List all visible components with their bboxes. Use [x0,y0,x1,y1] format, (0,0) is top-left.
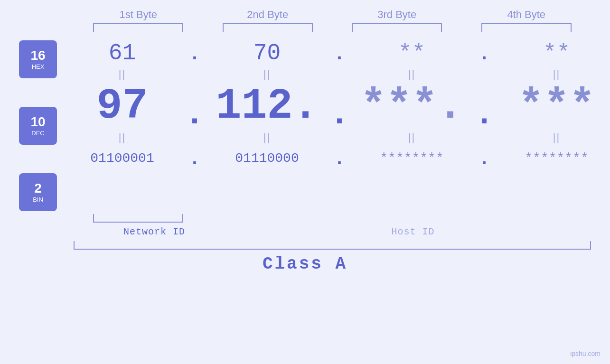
hex-byte-4-cell: ** [491,40,610,66]
byte-3-header: 3rd Byte [332,9,462,21]
bin-row: 01100001 . 01110000 . ******** . *******… [57,148,610,169]
byte-headers-row: 1st Byte 2nd Byte 3rd Byte 4th Byte [0,0,610,21]
bracket-bottom-1 [74,214,203,223]
eq2-1: || [57,131,188,144]
dec-badge: 10 DEC [19,107,57,145]
eq1-1: || [57,68,188,80]
dec-dot-2: . [332,98,347,131]
bin-byte-1-cell: 01100001 [57,151,188,166]
bin-dot-2: . [332,150,347,169]
dec-badge-number: 10 [30,115,45,129]
hex-row: 61 . 70 . ** . ** [57,40,610,66]
hex-byte-3: ** [398,40,426,66]
hex-badge-number: 16 [30,49,45,62]
hex-badge-label: HEX [32,63,45,70]
bracket-top-3 [332,23,462,32]
dec-byte-1: 97 [96,82,148,131]
eq1-2: || [202,68,332,80]
eq1-4: || [491,68,610,80]
byte-4-header: 4th Byte [462,9,591,21]
badges-column: 16 HEX 10 DEC 2 BIN [19,36,57,211]
eq-sign-3: || [408,68,415,80]
eq-sign-4: || [553,68,560,80]
top-brackets [0,23,610,32]
equals-row-2: || || || || [57,131,610,144]
hex-badge: 16 HEX [19,40,57,78]
hex-dot-1: . [188,45,202,64]
bin-byte-2-cell: 01110000 [202,151,332,166]
bracket-bottom-4 [462,214,591,223]
id-labels-container: Network ID Host ID [0,226,610,237]
eq2-sign-3: || [408,131,415,144]
dec-row: 97 . 112. . ***. . *** [57,82,610,131]
class-label-container: Class A [0,254,610,274]
dec-byte-3: ***. [360,82,463,131]
bracket-top-2 [203,23,333,32]
bin-byte-2: 01110000 [235,151,299,166]
eq1-3: || [347,68,477,80]
bin-byte-1: 01100001 [90,151,154,166]
eq2-sign-4: || [553,131,560,144]
big-bottom-bracket [74,241,591,250]
bin-badge-label: BIN [33,196,43,203]
equals-row-1: || || || || [57,68,610,80]
hex-byte-1: 61 [109,40,136,66]
hex-byte-2-cell: 70 [202,40,332,66]
bin-badge-number: 2 [34,182,42,195]
dec-dot-3: . [477,98,491,131]
host-id-label: Host ID [235,226,591,237]
data-area: 61 . 70 . ** . ** || [57,36,610,169]
hex-byte-3-cell: ** [347,40,477,66]
byte-1-header: 1st Byte [74,9,203,21]
dec-byte-1-cell: 97 [57,82,188,131]
dec-dot-1: . [188,98,202,131]
big-bracket-container [0,241,610,250]
hex-byte-2: 70 [253,40,281,66]
bracket-bottom-2 [203,214,333,223]
dec-byte-2: 112. [216,82,318,131]
dec-byte-4: *** [518,82,595,131]
bin-dot-3: . [477,150,491,169]
bin-byte-3-cell: ******** [347,151,477,166]
bin-byte-3: ******** [380,151,443,166]
hex-dot-3: . [477,45,491,64]
bin-badge: 2 BIN [19,173,57,211]
eq2-4: || [491,131,610,144]
bin-byte-4: ******** [525,151,588,166]
network-id-label: Network ID [74,226,235,237]
main-content-area: 16 HEX 10 DEC 2 BIN 61 . 70 [0,36,610,211]
eq2-sign-1: || [119,131,126,144]
dec-byte-3-cell: ***. [347,82,477,131]
bin-dot-1: . [188,150,202,169]
hex-dot-2: . [332,45,347,64]
watermark: ipshu.com [570,350,601,357]
dec-badge-label: DEC [31,130,44,137]
hex-byte-4: ** [543,40,571,66]
bracket-top-1 [74,23,203,32]
dec-byte-2-cell: 112. [202,82,332,131]
bracket-top-4 [462,23,591,32]
main-container: 1st Byte 2nd Byte 3rd Byte 4th Byte 16 H… [0,0,610,364]
bracket-bottom-3 [332,214,462,223]
eq-sign-1: || [119,68,126,80]
hex-byte-1-cell: 61 [57,40,188,66]
byte-2-header: 2nd Byte [203,9,333,21]
eq2-2: || [202,131,332,144]
dec-byte-4-cell: *** [491,82,610,131]
bin-byte-4-cell: ******** [491,151,610,166]
eq2-sign-2: || [263,131,271,144]
class-label: Class A [263,254,347,274]
bottom-brackets-row [0,214,610,223]
eq-sign-2: || [263,68,271,80]
eq2-3: || [347,131,477,144]
